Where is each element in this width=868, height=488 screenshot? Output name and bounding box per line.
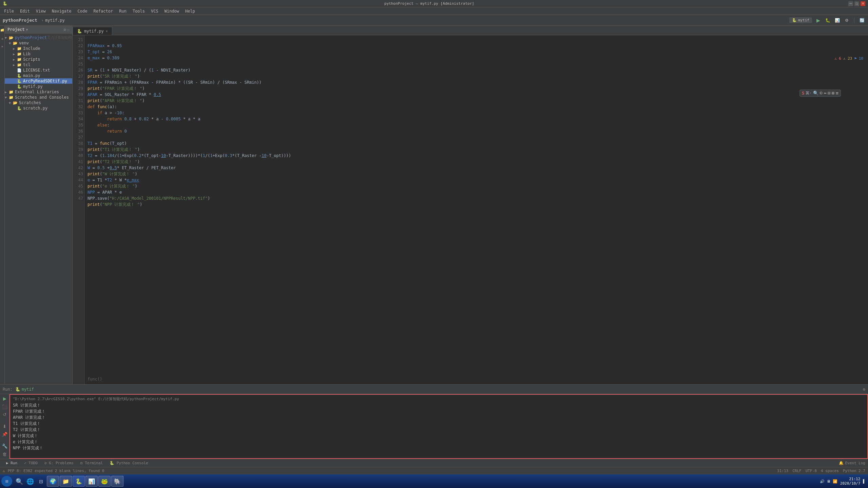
code-editor[interactable]: 2122232425 2627282930 3132333435 3637383… (73, 35, 868, 384)
tree-item-scripts[interactable]: ▶ 📁 Scripts (5, 57, 72, 62)
code-content[interactable]: FPARmax = 0.95 T_opt = 26 e_max = 0.389 … (85, 35, 868, 384)
run-rerun-button[interactable]: ↺ (1, 411, 8, 418)
footer-tab-terminal[interactable]: ⊟ Terminal (77, 460, 106, 466)
tree-arrow-project: ▼ (5, 36, 9, 40)
taskbar-app-ide[interactable]: 🐍 (73, 476, 85, 487)
tree-arrow-scratches: ▼ (5, 96, 9, 99)
tree-item-license[interactable]: 📄 LICENSE.txt (5, 67, 72, 73)
footer-tabs: ▶ Run ✓ TODO ⊘ 6: Problems ⊟ Terminal 🐍 … (0, 460, 154, 466)
maximize-button[interactable]: □ (854, 1, 859, 6)
taskbar-task-view[interactable]: ⊟ (36, 476, 46, 486)
structure-icon[interactable]: ≡ (0, 37, 5, 41)
taskbar-start-button[interactable]: ⊞ (1, 476, 12, 487)
project-name: pythonProject (3, 18, 37, 23)
line-ending[interactable]: CRLF (792, 469, 802, 473)
tree-item-extlib[interactable]: ▶ 📁 External Libraries (5, 89, 72, 95)
menu-vcs[interactable]: VCS (148, 8, 161, 14)
cursor-position[interactable]: 31:13 (777, 469, 788, 473)
tree-label-scratches: Scratches (19, 100, 41, 105)
panel-gear-icon[interactable]: ⚙ (64, 27, 66, 32)
favorites-icon[interactable]: ★ (0, 44, 5, 50)
floating-grid-icon[interactable]: ⊞ (832, 91, 834, 96)
footer-tab-bar: ▶ Run ✓ TODO ⊘ 6: Problems ⊟ Terminal 🐍 … (0, 459, 868, 467)
tree-label-lib: Lib (23, 52, 31, 56)
run-clear-button[interactable]: 🗑 (1, 451, 8, 457)
editor-tab-mytif[interactable]: 🐍 mytif.py ✕ (73, 27, 112, 35)
footer-tab-todo[interactable]: ✓ TODO (21, 460, 41, 466)
tree-item-lib[interactable]: ▶ 📁 Lib (5, 51, 72, 57)
minimize-button[interactable]: ─ (848, 1, 853, 6)
taskbar-search[interactable]: 🔍 (14, 476, 24, 486)
menu-refactor[interactable]: Refactor (91, 8, 116, 14)
floating-settings-icon[interactable]: ≡ (836, 91, 838, 96)
footer-tab-run[interactable]: ▶ Run (3, 460, 21, 466)
tree-item-tcl[interactable]: ▶ 📁 tcl (5, 62, 72, 67)
menu-code[interactable]: Code (75, 8, 90, 14)
menu-view[interactable]: View (33, 8, 49, 14)
taskbar-app-files[interactable]: 📁 (60, 476, 72, 487)
footer-tab-problems[interactable]: ⊘ 6: Problems (41, 460, 77, 466)
taskbar-show-desktop[interactable]: ▌ (863, 479, 865, 484)
floating-lang-icon[interactable]: 英· (806, 91, 812, 96)
taskbar-app-db[interactable]: 🐘 (111, 476, 123, 487)
tree-arrow-scratches-sub: ▼ (9, 101, 13, 105)
run-button[interactable]: ▶ (815, 17, 822, 24)
run-scroll-button[interactable]: ⬇ (1, 423, 8, 430)
update-button[interactable]: 🔄 (859, 17, 865, 24)
tree-item-venv[interactable]: ▼ 📂 venv (5, 40, 72, 46)
run-play-button[interactable]: ▶ (1, 395, 8, 402)
profile-button[interactable]: 📊 (834, 17, 841, 24)
taskbar-app-dataspell[interactable]: 🐸 (98, 476, 111, 487)
run-stop-button[interactable]: ⬛ (1, 403, 8, 410)
tree-item-scratches-and-consoles[interactable]: ▼ 📁 Scratches and Consoles (5, 95, 72, 100)
floating-paste-icon[interactable]: ⬅ (824, 91, 827, 96)
taskbar-app-rider[interactable]: 📊 (85, 476, 98, 487)
run-tab-icon: 🐍 (15, 387, 20, 392)
menu-navigate[interactable]: Navigate (49, 8, 74, 14)
run-output-line-1: SR 计算完成！ (13, 402, 865, 408)
menu-edit[interactable]: Edit (17, 8, 33, 14)
tree-item-scratch-py[interactable]: 🐍 scratch.py (5, 105, 72, 111)
window-controls: ─ □ ✕ (848, 1, 865, 6)
floating-search-icon[interactable]: 🔍 (813, 91, 818, 96)
venv-icon: 📂 (13, 41, 18, 45)
lib-folder-icon: 📁 (17, 52, 22, 56)
tree-root-project[interactable]: ▼ 📂 pythonProject E:\计算智能代码\pythonProjec… (5, 35, 72, 40)
run-configuration[interactable]: 🐍 mytif (789, 17, 812, 23)
error-counts: ⚠ 6 ⚠ 23 ⚑ 10 (834, 56, 863, 61)
tree-item-arcpy[interactable]: 🐍 ArcPyReadSDEtif.py (5, 78, 72, 84)
run-output-line-2: FPAR 计算完成！ (13, 408, 865, 414)
tree-label-scratches-and-consoles: Scratches and Consoles (15, 95, 69, 100)
python-version[interactable]: Python 2.7 (843, 469, 865, 473)
tree-item-scratches[interactable]: ▼ 📂 Scratches (5, 100, 72, 105)
footer-tab-python-console[interactable]: 🐍 Python Console (106, 460, 151, 466)
tree-item-include[interactable]: ▶ 📁 Include (5, 46, 72, 51)
settings-button[interactable]: ⚙ (843, 17, 850, 24)
run-filter-button[interactable]: 🔧 (1, 443, 8, 449)
menu-file[interactable]: File (1, 8, 17, 14)
tree-item-main[interactable]: 🐍 main.py (5, 73, 72, 78)
floating-translate-icon[interactable]: ⊟ (828, 91, 831, 96)
menu-help[interactable]: Help (182, 8, 198, 14)
close-button[interactable]: ✕ (861, 1, 865, 6)
run-tab-name[interactable]: 🐍 mytif (15, 387, 34, 392)
taskbar-cortana[interactable]: 🌐 (25, 476, 35, 486)
menu-run[interactable]: Run (116, 8, 129, 14)
event-log-link[interactable]: 🔔 Event Log (839, 461, 868, 465)
menu-window[interactable]: Window (162, 8, 182, 14)
project-icon[interactable]: 📁 (0, 27, 5, 34)
panel-minimize-icon[interactable]: — (67, 27, 70, 32)
floating-copy-icon[interactable]: © (820, 91, 823, 96)
menu-tools[interactable]: Tools (130, 8, 148, 14)
run-pin-button[interactable]: 📌 (1, 431, 8, 437)
run-settings-icon[interactable]: ⚙ (863, 387, 865, 392)
taskbar-app-chrome[interactable]: 🌍 (47, 476, 59, 487)
tree-arrow-include: ▶ (13, 47, 17, 51)
indent[interactable]: 4 spaces (821, 469, 839, 473)
tree-item-mytif[interactable]: 🐍 mytif.py (5, 84, 72, 89)
charset[interactable]: UTF-8 (806, 469, 817, 473)
debug-button[interactable]: 🐛 (824, 17, 831, 24)
tab-close-icon[interactable]: ✕ (106, 29, 108, 33)
app-icon: 🐍 (3, 1, 7, 6)
tree-label-scripts: Scripts (23, 57, 40, 62)
